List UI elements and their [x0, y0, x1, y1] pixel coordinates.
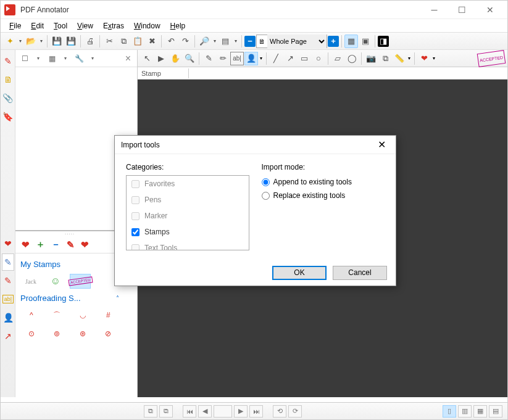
radio-append[interactable] [262, 178, 270, 186]
dialog-close-icon[interactable]: ✕ [374, 139, 389, 150]
layout1-button[interactable]: ▦ [344, 35, 358, 48]
ruler-dd[interactable]: ▾ [407, 56, 412, 61]
tool-pencil-icon[interactable]: ✎ [2, 272, 14, 289]
arrow-tool-icon[interactable]: ↗ [283, 52, 297, 65]
stamp-smile[interactable]: ☺ [45, 274, 66, 289]
checkbox-pens[interactable] [131, 196, 139, 204]
gutter-attach-icon[interactable]: 📎 [2, 89, 14, 107]
nav-fwd-icon[interactable]: ⟳ [288, 405, 302, 418]
radio-replace[interactable] [262, 192, 270, 200]
section-proofreading[interactable]: Proofreading S... ˄ [20, 291, 119, 305]
print-icon[interactable]: 🖨 [83, 35, 97, 48]
tab-doc-icon[interactable]: ☐ [19, 53, 30, 64]
gutter-pen-icon[interactable]: ✎ [2, 52, 14, 70]
category-stamps[interactable]: Stamps [127, 224, 249, 240]
pan-icon[interactable]: ✋ [169, 52, 182, 65]
pen-tool-icon[interactable]: ✎ [202, 52, 215, 65]
menu-window[interactable]: Window [129, 20, 165, 31]
tool-heart-icon[interactable]: ❤ [2, 235, 14, 252]
proof-mark-4[interactable]: # [100, 309, 117, 321]
proof-mark-5[interactable]: ⊙ [23, 327, 40, 340]
proof-mark-3[interactable]: ◡ [74, 309, 91, 321]
panel-add-icon[interactable]: ＋ [36, 239, 45, 250]
zoom-in-button[interactable]: + [328, 36, 339, 47]
nav-btn-1[interactable]: ⧉ [144, 405, 157, 418]
radio-append-row[interactable]: Append to existing tools [262, 175, 385, 189]
nav-btn-2[interactable]: ⧉ [159, 405, 173, 418]
proof-mark-8[interactable]: ⊘ [100, 327, 117, 340]
open-dropdown[interactable]: ▾ [38, 38, 44, 44]
view-two-icon[interactable]: ▦ [473, 405, 487, 418]
open-icon[interactable]: 📂 [24, 35, 38, 48]
stamp-dd[interactable]: ▾ [259, 56, 264, 61]
stamp-accepted[interactable]: ACCEPTED [70, 274, 91, 289]
proof-mark-6[interactable]: ⊚ [49, 327, 66, 340]
category-marker[interactable]: Marker [127, 208, 249, 224]
tab-book-dd[interactable]: ▾ [60, 53, 71, 64]
saveas-icon[interactable]: 💾 [64, 35, 78, 48]
tab-close-icon[interactable]: × [123, 53, 133, 64]
view-single-icon[interactable]: ▯ [443, 405, 456, 418]
menu-view[interactable]: View [72, 20, 98, 31]
save-icon[interactable]: 💾 [50, 35, 64, 48]
tool-pen2-icon[interactable]: ✎ [2, 253, 14, 271]
crop-icon[interactable]: ⧉ [378, 52, 392, 65]
checkbox-favorites[interactable] [131, 180, 139, 188]
radio-replace-row[interactable]: Replace existing tools [262, 189, 385, 202]
copy-icon[interactable]: ⧉ [117, 35, 130, 48]
section-my-stamps[interactable]: My Stamps ˄ [20, 257, 119, 271]
stamp-tool-icon[interactable]: 👤 [244, 52, 258, 65]
camera-icon[interactable]: 📷 [364, 52, 378, 65]
cut-icon[interactable]: ✂ [102, 35, 116, 48]
tab-book-icon[interactable]: ▦ [46, 53, 57, 64]
lasso-icon[interactable]: ▶ [154, 52, 168, 65]
bookmark-dropdown[interactable]: ▾ [233, 38, 239, 44]
tab-wrench-icon[interactable]: 🔧 [73, 53, 85, 64]
nav-back-icon[interactable]: ⟲ [273, 405, 286, 418]
proof-mark-7[interactable]: ⊛ [74, 327, 91, 340]
category-text-tools[interactable]: Text Tools [127, 240, 249, 250]
fullscreen-button[interactable]: ◨ [378, 36, 389, 47]
lasso-select-icon[interactable]: ◯ [345, 52, 359, 65]
undo-icon[interactable]: ↶ [164, 35, 178, 48]
find-icon[interactable]: 🔎 [198, 35, 211, 48]
view-cont-icon[interactable]: ▥ [458, 405, 472, 418]
favorite-dd[interactable]: ▾ [431, 56, 436, 61]
panel-remove-icon[interactable]: － [51, 239, 60, 250]
layout2-button[interactable]: ▣ [359, 35, 372, 48]
zoom-select[interactable]: Whole Page [267, 35, 327, 48]
tab-doc-dd[interactable]: ▾ [33, 53, 44, 64]
checkbox-text-tools[interactable] [131, 244, 139, 251]
menu-extras[interactable]: Extras [98, 20, 129, 31]
menu-edit[interactable]: Edit [26, 20, 49, 31]
category-favorites[interactable]: Favorites [127, 176, 249, 192]
checkbox-stamps[interactable] [131, 228, 139, 236]
nav-prev-icon[interactable]: ◀ [198, 405, 212, 418]
cancel-button[interactable]: Cancel [333, 266, 387, 280]
nav-last-icon[interactable]: ⏭ [249, 405, 263, 418]
ellipse-tool-icon[interactable]: ○ [312, 52, 325, 65]
redo-icon[interactable]: ↷ [178, 35, 192, 48]
stamp-jack[interactable]: Jack [20, 274, 41, 289]
maximize-button[interactable]: ☐ [448, 1, 476, 19]
gutter-file-icon[interactable]: 🗎 [2, 71, 14, 88]
nav-first-icon[interactable]: ⏮ [183, 405, 196, 418]
rect-tool-icon[interactable]: ▭ [298, 52, 311, 65]
delete-icon[interactable]: ✖ [145, 35, 159, 48]
tool-stamp2-icon[interactable]: 👤 [2, 309, 14, 326]
find-dropdown[interactable]: ▾ [212, 38, 218, 44]
paste-icon[interactable]: 📋 [131, 35, 144, 48]
categories-list[interactable]: Favorites Pens Marker Stamps Text Tools [126, 175, 249, 250]
proof-mark-1[interactable]: ^ [23, 309, 40, 321]
tool-arrow2-icon[interactable]: ↗ [2, 327, 14, 345]
checkbox-marker[interactable] [131, 212, 139, 220]
eraser-tool-icon[interactable]: ▱ [331, 52, 344, 65]
favorite-icon[interactable]: ❤ [417, 52, 431, 65]
category-pens[interactable]: Pens [127, 192, 249, 208]
menu-help[interactable]: Help [165, 20, 191, 31]
new-dropdown[interactable]: ▾ [17, 38, 23, 44]
panel-fav-icon[interactable]: ❤ [22, 239, 30, 250]
new-icon[interactable]: ✦ [3, 35, 17, 48]
panel
-heart2-icon[interactable]: ❤ [81, 239, 89, 250]
menu-tool[interactable]: Tool [49, 20, 72, 31]
